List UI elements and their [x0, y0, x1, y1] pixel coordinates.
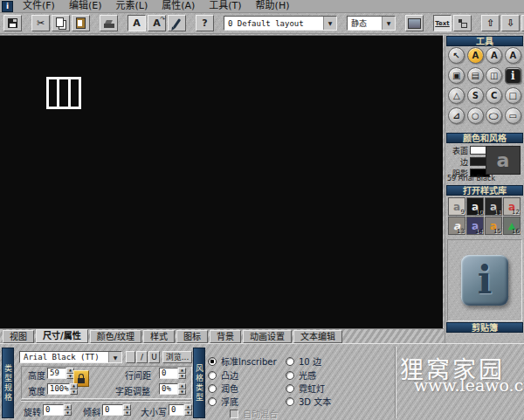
radio-icon[interactable] [208, 397, 217, 406]
text-tool-button[interactable]: A [128, 15, 146, 31]
kerning-field[interactable]: 0% [159, 383, 178, 395]
tool-triangle[interactable]: △ [448, 87, 465, 104]
spinner-down-icon[interactable] [178, 389, 186, 396]
radio-light-sense[interactable]: 光感 [286, 368, 316, 382]
move-down-button[interactable]: ⇩ [501, 15, 520, 31]
tab-view[interactable]: 视图 [3, 330, 34, 343]
spinner-down-icon[interactable] [123, 410, 131, 417]
linespace-stepper[interactable] [178, 368, 186, 379]
radio-bevel-edge[interactable]: 凸边 [208, 368, 238, 382]
dropdown-arrow-icon[interactable] [323, 17, 336, 30]
checkbox-icon[interactable] [230, 410, 238, 418]
tool-text[interactable]: A [467, 47, 484, 64]
radio-float-base[interactable]: 浮底 [208, 395, 238, 408]
radio-neon[interactable]: 霓虹灯 [286, 382, 325, 395]
tool-square[interactable]: □ [505, 87, 521, 104]
radio-icon[interactable] [208, 371, 217, 380]
radio-10-edge[interactable]: 10 边 [286, 355, 321, 368]
tool-hlines[interactable]: ▤ [467, 67, 484, 84]
style-tile-14[interactable]: a14 [466, 217, 484, 235]
spinner-down-icon[interactable] [64, 410, 72, 417]
style-tile-11[interactable]: a11 [485, 197, 502, 216]
print-button[interactable] [100, 15, 118, 31]
rotate-field[interactable]: 0 [43, 404, 64, 416]
style-tile-10[interactable]: a10 [466, 197, 484, 216]
tool-s-shape[interactable]: S [467, 87, 484, 104]
radio-icon[interactable] [286, 397, 294, 406]
skew-stepper[interactable] [123, 404, 131, 416]
auto-blend-checkbox[interactable]: 自动混合 [230, 407, 278, 420]
radio-icon[interactable] [208, 357, 217, 366]
pen-button[interactable] [168, 15, 186, 31]
spinner-down-icon[interactable] [184, 410, 192, 417]
skew-field[interactable]: 0 [102, 404, 123, 416]
height-field[interactable]: 59 [47, 368, 66, 379]
text-mode-button[interactable]: Text [433, 15, 452, 31]
linespace-field[interactable]: 0 [159, 368, 178, 379]
rotate-stepper[interactable] [64, 404, 72, 416]
radio-icon[interactable] [208, 384, 217, 393]
preview-button[interactable] [405, 15, 424, 31]
tool-text-edit[interactable]: A [486, 47, 502, 64]
menu-tools[interactable]: 工具(T) [203, 0, 247, 12]
text-object[interactable] [46, 77, 81, 109]
radio-3d-text[interactable]: 3D 文本 [286, 395, 331, 408]
spinner-down-icon[interactable] [178, 374, 186, 380]
case-field[interactable]: 0 [169, 404, 184, 416]
tab-color-texture[interactable]: 颜色/纹理 [90, 330, 141, 343]
menu-edit[interactable]: 编辑(E) [63, 0, 108, 12]
tool-frame[interactable]: ▣ [448, 67, 465, 84]
kerning-stepper[interactable] [178, 383, 186, 395]
tool-pointer[interactable]: ↖ [448, 47, 465, 64]
case-stepper[interactable] [184, 404, 192, 416]
edit-canvas[interactable] [0, 35, 443, 328]
width-stepper[interactable] [70, 383, 78, 395]
style-tile-15[interactable]: a15 [485, 217, 502, 235]
paste-button[interactable] [72, 15, 90, 31]
clipboard-logo[interactable]: i [461, 255, 508, 306]
radio-polish[interactable]: 润色 [208, 382, 238, 395]
menu-help[interactable]: 帮助(H) [250, 0, 296, 12]
tool-c-shape[interactable]: C [486, 87, 502, 104]
layout-select[interactable]: 0 Default layout [224, 16, 337, 31]
tool-right-triangle[interactable]: ⊿ [448, 107, 465, 124]
mode-select[interactable]: 静态 [347, 16, 396, 31]
tab-style[interactable]: 样式 [143, 330, 175, 343]
radio-standard-inscriber[interactable]: 标准Inscriber [208, 355, 277, 368]
style-tile-13[interactable]: a13 [448, 217, 465, 235]
help-button[interactable]: ? [196, 15, 214, 31]
dropdown-arrow-icon[interactable] [382, 17, 395, 30]
tab-size-attributes[interactable]: 尺寸/属性 [36, 329, 88, 343]
width-field[interactable]: 100% [47, 383, 70, 395]
layout-boxes-button[interactable] [453, 15, 472, 31]
tab-icon[interactable]: 图标 [176, 330, 208, 343]
style-tile-12[interactable]: a12 [503, 197, 521, 216]
style-blank-button[interactable] [126, 351, 135, 363]
tool-rounded-rect[interactable]: ▭ [505, 107, 521, 124]
move-up-button[interactable]: ⇧ [481, 15, 500, 31]
menu-element[interactable]: 元素(L) [109, 0, 154, 12]
menu-attribute[interactable]: 属性(A) [155, 0, 201, 12]
rotate-text-button[interactable]: A↷ [148, 15, 166, 31]
radio-icon[interactable] [286, 384, 294, 393]
dropdown-arrow-icon[interactable] [108, 352, 121, 362]
style-tile-16[interactable]: ▲16 [503, 217, 521, 235]
tool-text-outline[interactable]: A [505, 47, 521, 64]
tab-text-edit[interactable]: 文本编辑 [293, 330, 342, 343]
underline-button[interactable]: U [148, 351, 160, 363]
tool-ellipse[interactable]: ○ [486, 107, 502, 124]
save-button[interactable] [3, 15, 22, 31]
tool-split[interactable]: ◫ [486, 67, 502, 84]
cut-button[interactable]: ✂ [31, 15, 50, 31]
copy-button[interactable] [52, 15, 70, 31]
italic-button[interactable]: / [136, 351, 148, 363]
browse-button[interactable]: 浏览... [162, 351, 192, 363]
tool-circle[interactable]: ○ [467, 107, 484, 124]
tab-background[interactable]: 背景 [210, 330, 241, 343]
tab-animation[interactable]: 动画设置 [243, 330, 292, 343]
style-tile-9[interactable]: a9 [448, 197, 465, 216]
tool-info[interactable]: i [505, 67, 521, 84]
menu-file[interactable]: 文件(F) [17, 0, 61, 12]
spinner-down-icon[interactable] [70, 389, 78, 396]
radio-icon[interactable] [286, 357, 294, 366]
